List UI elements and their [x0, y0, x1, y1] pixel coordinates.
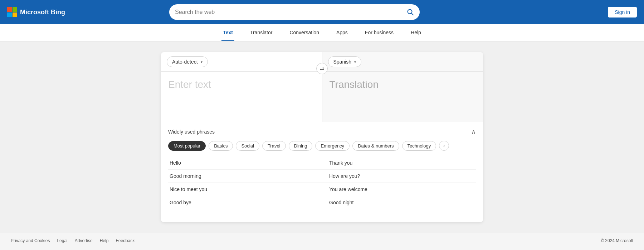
swap-languages-button[interactable]: ⇄	[316, 63, 328, 74]
source-panel-header: Auto-detect ▾	[161, 52, 322, 72]
nav-item-text[interactable]: Text	[221, 25, 234, 41]
phrase-hello[interactable]: Hello	[168, 156, 322, 170]
source-panel: Auto-detect ▾ Enter text	[161, 52, 322, 122]
source-lang-chevron-icon: ▾	[201, 60, 203, 64]
target-text-area: Translation	[322, 72, 483, 122]
phrases-col-left: Hello Good morning Nice to meet you Good…	[168, 156, 322, 209]
target-panel: Spanish ▾ Translation	[322, 52, 483, 122]
tag-emergency[interactable]: Emergency	[315, 141, 350, 151]
target-lang-select[interactable]: Spanish ▾	[328, 56, 362, 67]
phrase-good-bye[interactable]: Good bye	[168, 196, 322, 209]
footer-links: Privacy and Cookies Legal Advertise Help…	[11, 238, 135, 243]
svg-rect-2	[7, 12, 12, 17]
search-icon	[407, 9, 414, 16]
phrases-col-right: Thank you How are you? You are welcome G…	[322, 156, 476, 209]
search-bar-container	[169, 4, 420, 20]
logo-area[interactable]: Microsoft Bing	[7, 7, 72, 17]
source-lang-label: Auto-detect	[172, 59, 198, 65]
swap-icon: ⇄	[320, 66, 324, 71]
source-lang-select[interactable]: Auto-detect ▾	[167, 56, 208, 67]
nav-item-apps[interactable]: Apps	[335, 25, 349, 41]
nav-item-translator[interactable]: Translator	[249, 25, 274, 41]
search-bar	[169, 4, 420, 20]
nav-item-help[interactable]: Help	[409, 25, 423, 41]
svg-rect-3	[13, 12, 17, 17]
phrase-good-morning[interactable]: Good morning	[168, 170, 322, 183]
translator-container: Auto-detect ▾ Enter text ⇄ Spanish ▾	[161, 52, 483, 222]
phrases-header: Widely used phrases ∧	[168, 128, 476, 136]
main-nav: Text Translator Conversation Apps For bu…	[0, 24, 644, 41]
nav-item-conversation[interactable]: Conversation	[288, 25, 321, 41]
tag-dates-numbers[interactable]: Dates & numbers	[352, 141, 399, 151]
phrases-columns: Hello Good morning Nice to meet you Good…	[168, 156, 476, 209]
tag-technology[interactable]: Technology	[402, 141, 436, 151]
tag-basics[interactable]: Basics	[209, 141, 233, 151]
footer-copyright: © 2024 Microsoft	[601, 238, 633, 243]
tags-next-button[interactable]: ›	[439, 141, 449, 151]
tag-dining[interactable]: Dining	[289, 141, 313, 151]
phrases-section: Widely used phrases ∧ Most popular Basic…	[161, 122, 483, 215]
phrase-you-are-welcome[interactable]: You are welcome	[322, 183, 476, 196]
tag-most-popular[interactable]: Most popular	[168, 141, 206, 151]
svg-line-5	[411, 13, 413, 15]
header: Microsoft Bing Sign in	[0, 0, 644, 24]
collapse-phrases-button[interactable]: ∧	[471, 128, 476, 136]
nav-item-for-business[interactable]: For business	[364, 25, 395, 41]
microsoft-logo-icon	[7, 7, 17, 17]
target-lang-label: Spanish	[333, 59, 352, 65]
sign-in-button[interactable]: Sign in	[608, 7, 637, 18]
tags-next-icon: ›	[443, 143, 445, 148]
footer-link-help[interactable]: Help	[100, 238, 109, 243]
footer-link-legal[interactable]: Legal	[57, 238, 67, 243]
phrase-nice-to-meet-you[interactable]: Nice to meet you	[168, 183, 322, 196]
main-content: Auto-detect ▾ Enter text ⇄ Spanish ▾	[0, 41, 644, 233]
phrase-thank-you[interactable]: Thank you	[322, 156, 476, 170]
phrases-title: Widely used phrases	[168, 129, 215, 135]
search-input[interactable]	[175, 9, 407, 15]
svg-rect-1	[13, 7, 17, 12]
tag-social[interactable]: Social	[236, 141, 259, 151]
footer-link-feedback[interactable]: Feedback	[116, 238, 135, 243]
footer-link-privacy[interactable]: Privacy and Cookies	[11, 238, 50, 243]
phrase-how-are-you[interactable]: How are you?	[322, 170, 476, 183]
phrase-tags: Most popular Basics Social Travel Dining…	[168, 141, 476, 151]
translation-panels: Auto-detect ▾ Enter text ⇄ Spanish ▾	[161, 52, 483, 122]
tag-travel[interactable]: Travel	[262, 141, 286, 151]
footer: Privacy and Cookies Legal Advertise Help…	[0, 233, 644, 248]
phrase-good-night[interactable]: Good night	[322, 196, 476, 209]
target-panel-header: Spanish ▾	[322, 52, 483, 72]
target-lang-chevron-icon: ▾	[354, 60, 356, 64]
svg-rect-0	[7, 7, 12, 12]
source-text-area[interactable]: Enter text	[161, 72, 322, 122]
footer-link-advertise[interactable]: Advertise	[75, 238, 93, 243]
search-button[interactable]	[407, 9, 414, 16]
logo-text: Microsoft Bing	[20, 9, 65, 16]
